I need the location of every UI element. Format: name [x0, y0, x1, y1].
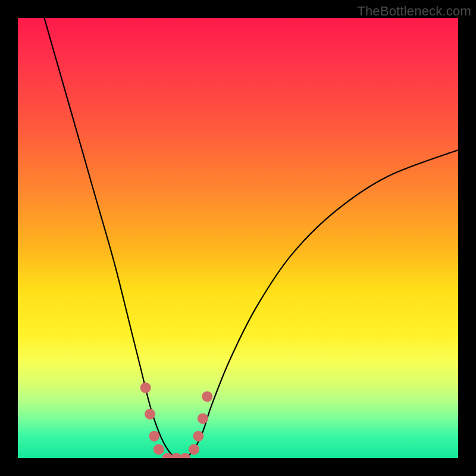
- curve-marker: [189, 444, 199, 455]
- curve-marker: [149, 431, 159, 441]
- curve-marker: [154, 444, 164, 455]
- chart-stage: TheBottleneck.com: [0, 0, 476, 476]
- curve-svg: [18, 18, 458, 458]
- curve-marker: [202, 391, 212, 402]
- curve-marker: [193, 431, 203, 441]
- marker-group: [140, 383, 213, 458]
- curve-marker: [145, 409, 155, 419]
- watermark-text: TheBottleneck.com: [357, 4, 471, 19]
- curve-marker: [180, 453, 190, 458]
- plot-area: [18, 18, 458, 458]
- bottleneck-curve-path: [44, 18, 458, 458]
- curve-marker: [140, 383, 151, 393]
- curve-marker: [198, 413, 208, 424]
